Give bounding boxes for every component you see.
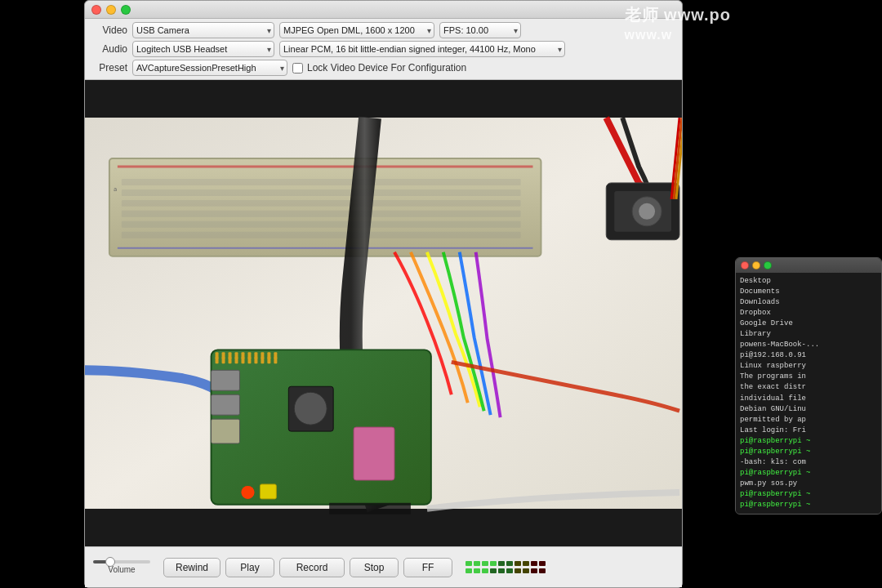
terminal-window: DesktopDocumentsDownloadsDropboxGoogle D… (735, 257, 882, 514)
lock-label: Lock Video Device For Configuration (307, 62, 466, 74)
terminal-line: Linux raspberry (740, 361, 877, 372)
terminal-line: pi@raspberrypi ~ (740, 500, 877, 510)
meter-seg (506, 561, 513, 566)
meter-seg (474, 568, 480, 573)
lock-checkbox[interactable] (292, 63, 303, 74)
video-source-select[interactable]: USB Camera (132, 22, 274, 38)
video-format-select[interactable]: MJPEG Open DML, 1600 x 1200 (279, 22, 434, 38)
terminal-line: -bash: kls: com (740, 457, 877, 468)
svg-rect-5 (122, 179, 521, 185)
meter-seg (523, 561, 529, 566)
preset-row: Preset AVCaptureSessionPresetHigh Lock V… (93, 60, 674, 76)
preset-select[interactable]: AVCaptureSessionPresetHigh (132, 60, 287, 76)
terminal-line: Google Drive (740, 318, 877, 329)
svg-rect-2 (109, 158, 541, 256)
svg-rect-40 (241, 357, 244, 363)
terminal-maximize-button[interactable] (764, 261, 772, 270)
svg-rect-22 (212, 394, 240, 415)
svg-rect-45 (274, 357, 277, 363)
meter-seg (531, 561, 537, 566)
svg-rect-43 (261, 357, 264, 363)
svg-rect-39 (234, 357, 238, 363)
svg-rect-49 (354, 427, 394, 480)
audio-row: Audio Logitech USB Headset Linear PCM, 1… (93, 41, 674, 57)
fps-select[interactable]: FPS: 10.00 (439, 22, 521, 38)
terminal-line: Last login: Fri (740, 425, 877, 436)
transport-bar: Volume Rewind Play Record Stop FF (85, 546, 682, 587)
svg-rect-6 (122, 189, 521, 196)
terminal-line: The programs in (740, 372, 877, 382)
audio-label: Audio (93, 43, 127, 55)
audio-source-wrapper: Logitech USB Headset (132, 41, 274, 57)
meter-seg (490, 561, 497, 566)
terminal-line: Desktop (740, 276, 877, 287)
meter-seg (474, 561, 480, 566)
svg-rect-42 (254, 357, 257, 363)
meter-seg (498, 561, 505, 566)
audio-format-wrapper: Linear PCM, 16 bit little-endian signed … (279, 41, 565, 57)
preset-label: Preset (93, 62, 127, 74)
svg-rect-10 (122, 232, 521, 238)
title-bar (85, 1, 682, 19)
rewind-button[interactable]: Rewind (163, 558, 220, 577)
terminal-body: DesktopDocumentsDownloadsDropboxGoogle D… (736, 273, 881, 514)
terminal-line: individual file (740, 394, 877, 404)
svg-rect-41 (247, 357, 251, 363)
preset-wrapper: AVCaptureSessionPresetHigh (132, 60, 287, 76)
audio-format-select[interactable]: Linear PCM, 16 bit little-endian signed … (279, 41, 565, 57)
video-label: Video (93, 24, 127, 36)
main-window: Video USB Camera MJPEG Open DML, 1600 x … (84, 0, 683, 588)
close-button[interactable] (91, 5, 101, 15)
maximize-button[interactable] (121, 5, 131, 15)
svg-rect-48 (260, 484, 276, 499)
svg-rect-36 (216, 357, 219, 363)
lock-checkbox-row: Lock Video Device For Configuration (292, 62, 466, 74)
stop-button[interactable]: Stop (350, 558, 399, 577)
terminal-title-bar (736, 258, 881, 273)
meter-seg (498, 568, 505, 573)
meter-seg (514, 568, 521, 573)
meter-seg (514, 561, 521, 566)
terminal-close-button[interactable] (741, 261, 749, 270)
meter-seg (466, 568, 472, 573)
terminal-line: the exact distr (740, 382, 877, 393)
meter-seg (539, 561, 546, 566)
play-button[interactable]: Play (225, 558, 274, 577)
terminal-line: powens-MacBook-... (740, 340, 877, 350)
volume-slider[interactable] (93, 560, 150, 564)
terminal-line: permitted by ap (740, 415, 877, 425)
terminal-line: Downloads (740, 297, 877, 308)
meter-bar-right (466, 568, 546, 573)
terminal-line: pi@192.168.0.91 (740, 350, 877, 361)
meter-seg (482, 561, 488, 566)
meter-seg (506, 568, 513, 573)
meter-seg (466, 561, 472, 566)
meter-seg (482, 568, 488, 573)
volume-label: Volume (108, 565, 135, 574)
terminal-line: pi@raspberrypi ~ (740, 489, 877, 500)
video-source-wrapper: USB Camera (132, 22, 274, 38)
terminal-line: pwm.py sos.py (740, 479, 877, 489)
svg-rect-23 (212, 419, 240, 443)
ff-button[interactable]: FF (403, 558, 452, 577)
audio-source-select[interactable]: Logitech USB Headset (132, 41, 274, 57)
svg-point-25 (294, 392, 327, 425)
meter-seg (531, 568, 537, 573)
terminal-minimize-button[interactable] (752, 261, 760, 270)
record-button[interactable]: Record (279, 558, 345, 577)
video-row: Video USB Camera MJPEG Open DML, 1600 x … (93, 22, 674, 38)
video-area: a (85, 80, 682, 546)
svg-rect-38 (229, 357, 232, 363)
terminal-line: pi@raspberrypi ~ (740, 468, 877, 479)
svg-text:a: a (114, 186, 117, 193)
meter-bar-left (466, 561, 546, 566)
video-feed: a (85, 80, 682, 546)
terminal-line: Debian GNU/Linu (740, 404, 877, 415)
terminal-line: Documents (740, 287, 877, 297)
minimize-button[interactable] (106, 5, 116, 15)
svg-rect-21 (212, 370, 240, 390)
meter-seg (490, 568, 497, 573)
terminal-line: pi@raspberrypi ~ (740, 447, 877, 457)
svg-rect-7 (122, 200, 521, 207)
svg-rect-8 (122, 211, 521, 217)
